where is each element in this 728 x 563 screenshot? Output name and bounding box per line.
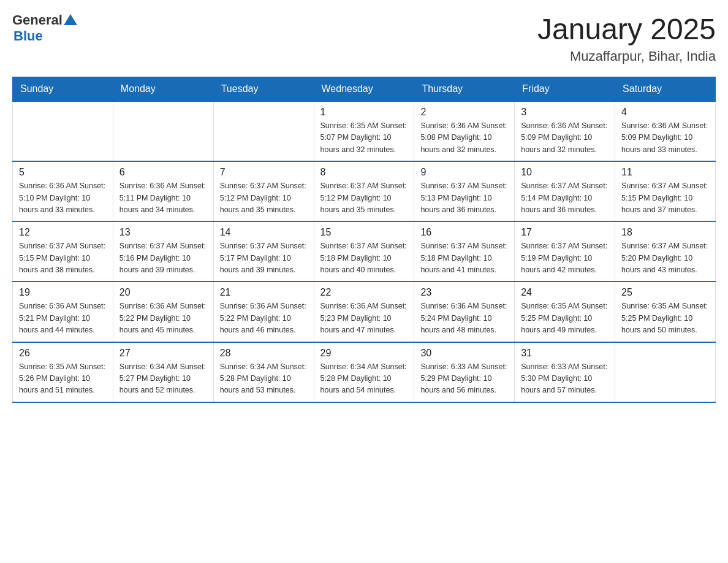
day-info: Sunrise: 6:37 AM Sunset: 5:13 PM Dayligh…	[420, 180, 508, 216]
calendar-cell-w2-d6: 10Sunrise: 6:37 AM Sunset: 5:14 PM Dayli…	[515, 161, 615, 221]
day-info: Sunrise: 6:37 AM Sunset: 5:15 PM Dayligh…	[621, 180, 709, 216]
day-number: 3	[521, 107, 609, 118]
day-info: Sunrise: 6:35 AM Sunset: 5:25 PM Dayligh…	[521, 301, 609, 336]
calendar-cell-w1-d1	[13, 101, 113, 161]
calendar-cell-w5-d6: 31Sunrise: 6:33 AM Sunset: 5:30 PM Dayli…	[515, 342, 615, 402]
calendar-cell-w3-d3: 14Sunrise: 6:37 AM Sunset: 5:17 PM Dayli…	[213, 221, 314, 282]
day-info: Sunrise: 6:36 AM Sunset: 5:08 PM Dayligh…	[420, 120, 508, 156]
calendar-title-area: January 2025 Muzaffarpur, Bihar, India	[537, 12, 716, 64]
day-number: 18	[621, 227, 709, 238]
day-info: Sunrise: 6:34 AM Sunset: 5:28 PM Dayligh…	[220, 361, 308, 397]
calendar-week-2: 5Sunrise: 6:36 AM Sunset: 5:10 PM Daylig…	[13, 161, 716, 221]
calendar-cell-w2-d7: 11Sunrise: 6:37 AM Sunset: 5:15 PM Dayli…	[615, 161, 716, 221]
calendar-cell-w5-d1: 26Sunrise: 6:35 AM Sunset: 5:26 PM Dayli…	[13, 342, 113, 402]
day-number: 4	[621, 107, 709, 118]
day-number: 15	[320, 227, 408, 238]
calendar-cell-w4-d3: 21Sunrise: 6:36 AM Sunset: 5:22 PM Dayli…	[213, 282, 314, 342]
day-number: 8	[320, 167, 408, 178]
day-info: Sunrise: 6:37 AM Sunset: 5:12 PM Dayligh…	[220, 180, 308, 216]
day-info: Sunrise: 6:36 AM Sunset: 5:09 PM Dayligh…	[621, 120, 709, 156]
day-number: 13	[119, 227, 207, 238]
day-info: Sunrise: 6:36 AM Sunset: 5:09 PM Dayligh…	[521, 120, 609, 156]
svg-marker-0	[64, 14, 77, 25]
day-info: Sunrise: 6:37 AM Sunset: 5:17 PM Dayligh…	[220, 240, 308, 276]
location-subtitle: Muzaffarpur, Bihar, India	[537, 48, 716, 64]
day-info: Sunrise: 6:36 AM Sunset: 5:11 PM Dayligh…	[119, 180, 207, 216]
day-number: 27	[119, 348, 207, 359]
day-info: Sunrise: 6:37 AM Sunset: 5:15 PM Dayligh…	[19, 240, 107, 276]
calendar-cell-w3-d4: 15Sunrise: 6:37 AM Sunset: 5:18 PM Dayli…	[314, 221, 414, 282]
day-info: Sunrise: 6:33 AM Sunset: 5:29 PM Dayligh…	[420, 361, 508, 397]
day-number: 6	[119, 167, 207, 178]
calendar-cell-w5-d7	[615, 342, 716, 402]
day-number: 9	[420, 167, 508, 178]
calendar-cell-w2-d1: 5Sunrise: 6:36 AM Sunset: 5:10 PM Daylig…	[13, 161, 113, 221]
day-number: 17	[521, 227, 609, 238]
calendar-cell-w5-d2: 27Sunrise: 6:34 AM Sunset: 5:27 PM Dayli…	[113, 342, 213, 402]
header-wednesday: Wednesday	[314, 77, 414, 102]
calendar-cell-w3-d6: 17Sunrise: 6:37 AM Sunset: 5:19 PM Dayli…	[515, 221, 615, 282]
day-info: Sunrise: 6:36 AM Sunset: 5:22 PM Dayligh…	[119, 301, 207, 336]
day-info: Sunrise: 6:36 AM Sunset: 5:21 PM Dayligh…	[19, 301, 107, 336]
day-number: 30	[420, 348, 508, 359]
calendar-cell-w1-d7: 4Sunrise: 6:36 AM Sunset: 5:09 PM Daylig…	[615, 101, 716, 161]
calendar-table: Sunday Monday Tuesday Wednesday Thursday…	[12, 77, 716, 403]
calendar-cell-w4-d2: 20Sunrise: 6:36 AM Sunset: 5:22 PM Dayli…	[113, 282, 213, 342]
day-number: 25	[621, 287, 709, 298]
header-monday: Monday	[113, 77, 213, 102]
header-tuesday: Tuesday	[213, 77, 314, 102]
calendar-cell-w1-d3	[213, 101, 314, 161]
day-number: 2	[420, 107, 508, 118]
day-info: Sunrise: 6:35 AM Sunset: 5:26 PM Dayligh…	[19, 361, 107, 397]
calendar-cell-w4-d1: 19Sunrise: 6:36 AM Sunset: 5:21 PM Dayli…	[13, 282, 113, 342]
day-number: 12	[19, 227, 107, 238]
day-info: Sunrise: 6:37 AM Sunset: 5:19 PM Dayligh…	[521, 240, 609, 276]
day-info: Sunrise: 6:36 AM Sunset: 5:23 PM Dayligh…	[320, 301, 408, 336]
day-info: Sunrise: 6:37 AM Sunset: 5:12 PM Dayligh…	[320, 180, 408, 216]
day-number: 16	[420, 227, 508, 238]
calendar-cell-w2-d5: 9Sunrise: 6:37 AM Sunset: 5:13 PM Daylig…	[414, 161, 515, 221]
day-info: Sunrise: 6:37 AM Sunset: 5:18 PM Dayligh…	[320, 240, 408, 276]
calendar-header-row: Sunday Monday Tuesday Wednesday Thursday…	[13, 77, 716, 102]
calendar-cell-w4-d5: 23Sunrise: 6:36 AM Sunset: 5:24 PM Dayli…	[414, 282, 515, 342]
month-year-title: January 2025	[537, 12, 716, 46]
calendar-cell-w2-d3: 7Sunrise: 6:37 AM Sunset: 5:12 PM Daylig…	[213, 161, 314, 221]
calendar-cell-w4-d7: 25Sunrise: 6:35 AM Sunset: 5:25 PM Dayli…	[615, 282, 716, 342]
header-sunday: Sunday	[13, 77, 113, 102]
day-info: Sunrise: 6:35 AM Sunset: 5:25 PM Dayligh…	[621, 301, 709, 336]
day-info: Sunrise: 6:37 AM Sunset: 5:18 PM Dayligh…	[420, 240, 508, 276]
calendar-cell-w3-d5: 16Sunrise: 6:37 AM Sunset: 5:18 PM Dayli…	[414, 221, 515, 282]
day-number: 28	[220, 348, 308, 359]
header-thursday: Thursday	[414, 77, 515, 102]
calendar-cell-w1-d6: 3Sunrise: 6:36 AM Sunset: 5:09 PM Daylig…	[515, 101, 615, 161]
calendar-cell-w1-d2	[113, 101, 213, 161]
day-number: 7	[220, 167, 308, 178]
day-number: 22	[320, 287, 408, 298]
calendar-week-4: 19Sunrise: 6:36 AM Sunset: 5:21 PM Dayli…	[13, 282, 716, 342]
page-header: General Blue January 2025 Muzaffarpur, B…	[12, 12, 716, 64]
calendar-week-5: 26Sunrise: 6:35 AM Sunset: 5:26 PM Dayli…	[13, 342, 716, 402]
day-number: 26	[19, 348, 107, 359]
day-number: 11	[621, 167, 709, 178]
calendar-cell-w5-d4: 29Sunrise: 6:34 AM Sunset: 5:28 PM Dayli…	[314, 342, 414, 402]
calendar-week-3: 12Sunrise: 6:37 AM Sunset: 5:15 PM Dayli…	[13, 221, 716, 282]
logo-triangle-icon	[64, 14, 77, 25]
calendar-cell-w4-d4: 22Sunrise: 6:36 AM Sunset: 5:23 PM Dayli…	[314, 282, 414, 342]
day-info: Sunrise: 6:37 AM Sunset: 5:14 PM Dayligh…	[521, 180, 609, 216]
day-number: 31	[521, 348, 609, 359]
calendar-cell-w4-d6: 24Sunrise: 6:35 AM Sunset: 5:25 PM Dayli…	[515, 282, 615, 342]
day-info: Sunrise: 6:34 AM Sunset: 5:27 PM Dayligh…	[119, 361, 207, 397]
day-info: Sunrise: 6:35 AM Sunset: 5:07 PM Dayligh…	[320, 120, 408, 156]
calendar-cell-w1-d5: 2Sunrise: 6:36 AM Sunset: 5:08 PM Daylig…	[414, 101, 515, 161]
logo: General Blue	[12, 12, 77, 44]
day-number: 10	[521, 167, 609, 178]
calendar-week-1: 1Sunrise: 6:35 AM Sunset: 5:07 PM Daylig…	[13, 101, 716, 161]
calendar-cell-w3-d2: 13Sunrise: 6:37 AM Sunset: 5:16 PM Dayli…	[113, 221, 213, 282]
calendar-cell-w1-d4: 1Sunrise: 6:35 AM Sunset: 5:07 PM Daylig…	[314, 101, 414, 161]
header-friday: Friday	[515, 77, 615, 102]
day-info: Sunrise: 6:37 AM Sunset: 5:20 PM Dayligh…	[621, 240, 709, 276]
logo-general-text: General	[12, 12, 63, 28]
day-number: 14	[220, 227, 308, 238]
day-info: Sunrise: 6:34 AM Sunset: 5:28 PM Dayligh…	[320, 361, 408, 397]
day-info: Sunrise: 6:36 AM Sunset: 5:24 PM Dayligh…	[420, 301, 508, 336]
